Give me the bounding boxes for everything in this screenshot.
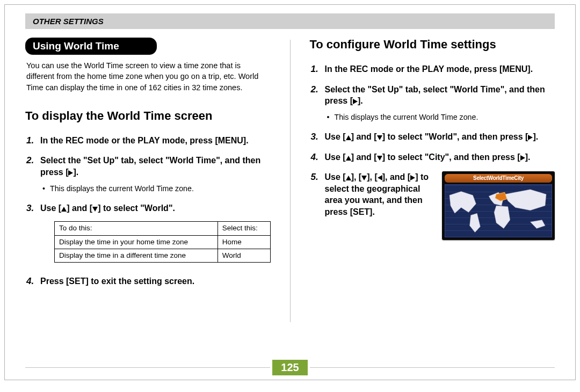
left-step-3: Use [] and [] to select "World". To do t… [26, 202, 271, 263]
table-header-cell: Select this: [218, 222, 270, 235]
left-step-1: In the REC mode or the PLAY mode, press … [26, 135, 271, 147]
right-step-1: In the REC mode or the PLAY mode, press … [311, 63, 555, 75]
step-text: ], [ [367, 172, 378, 182]
step-text: ] to select "World", and then press [ [382, 132, 528, 141]
step-text: ], and [ [382, 172, 410, 182]
page-footer: 125 [5, 360, 575, 375]
table-cell: Display the time in your home time zone [55, 235, 218, 249]
world-map-image [445, 184, 552, 238]
left-step-2: Select the "Set Up" tab, select "World T… [26, 155, 271, 193]
manual-page: OTHER SETTINGS Using World Time You can … [0, 0, 580, 392]
step-text: Use [ [325, 132, 346, 141]
step-text: ]. [533, 132, 538, 141]
section-header: OTHER SETTINGS [25, 13, 555, 29]
right-step-2-note: This displays the current World Time zon… [327, 112, 555, 122]
up-arrow-icon [346, 156, 351, 161]
step-text: ]. [73, 168, 78, 177]
step-text: ]. [358, 96, 363, 105]
right-arrow-icon [410, 175, 415, 180]
step-text: ] to select "City", and then press [ [382, 153, 520, 162]
step-text: Use [ [40, 204, 61, 213]
up-arrow-icon [346, 176, 351, 180]
step-text: ]. [525, 153, 531, 162]
intro-paragraph: You can use the World Time screen to vie… [26, 60, 271, 93]
down-arrow-icon [377, 135, 382, 140]
step-text: ] and [ [351, 153, 377, 162]
left-heading: To display the World Time screen [25, 109, 271, 123]
up-arrow-icon [61, 207, 67, 212]
down-arrow-icon [361, 176, 367, 180]
table-header-cell: To do this: [55, 222, 218, 235]
left-step-2-note: This displays the current World Time zon… [42, 184, 271, 194]
footer-rule [310, 367, 555, 368]
left-step-4: Press [SET] to exit the setting screen. [26, 275, 271, 287]
step-text: ] to select "World". [98, 204, 175, 213]
table-row: To do this: Select this: [55, 222, 271, 235]
up-arrow-icon [346, 135, 351, 140]
page-frame: OTHER SETTINGS Using World Time You can … [4, 4, 576, 380]
step-text: ], [ [351, 172, 362, 182]
right-step-5: Use [], [], [], and [] to select the geo… [311, 171, 555, 240]
right-column: To configure World Time settings In the … [310, 38, 555, 344]
right-arrow-icon [353, 99, 358, 104]
selection-table: To do this: Select this: Display the tim… [54, 221, 271, 263]
table-cell: World [218, 249, 270, 262]
right-step-2: Select the "Set Up" tab, select "World T… [311, 84, 555, 122]
table-row: Display the time in a different time zon… [55, 249, 271, 262]
right-heading: To configure World Time settings [310, 38, 555, 52]
map-caption: SelectWorldTimeCity [445, 174, 552, 183]
left-steps-list: In the REC mode or the PLAY mode, press … [25, 135, 271, 287]
down-arrow-icon [92, 207, 98, 212]
column-divider [290, 40, 291, 322]
step-text: ] and [ [351, 132, 377, 141]
right-step-3: Use [] and [] to select "World", and the… [311, 131, 555, 143]
right-step-4: Use [] and [] to select "City", and then… [311, 151, 555, 163]
step-text: Use [ [325, 153, 346, 162]
left-column: Using World Time You can use the World T… [25, 38, 271, 344]
footer-rule [25, 367, 270, 368]
step-text: Use [ [325, 172, 346, 182]
page-number: 125 [272, 360, 307, 375]
table-row: Display the time in your home time zone … [55, 235, 271, 249]
down-arrow-icon [377, 156, 382, 161]
right-steps-list: In the REC mode or the PLAY mode, press … [310, 63, 555, 240]
table-cell: Display the time in a different time zon… [55, 249, 218, 262]
table-cell: Home [218, 235, 270, 249]
step-text: ] and [ [67, 204, 92, 213]
topic-pill: Using World Time [25, 38, 157, 55]
two-column-layout: Using World Time You can use the World T… [25, 38, 555, 344]
right-arrow-icon [520, 155, 525, 161]
left-arrow-icon [378, 175, 382, 180]
world-map-screenshot: SelectWorldTimeCity [442, 171, 555, 240]
